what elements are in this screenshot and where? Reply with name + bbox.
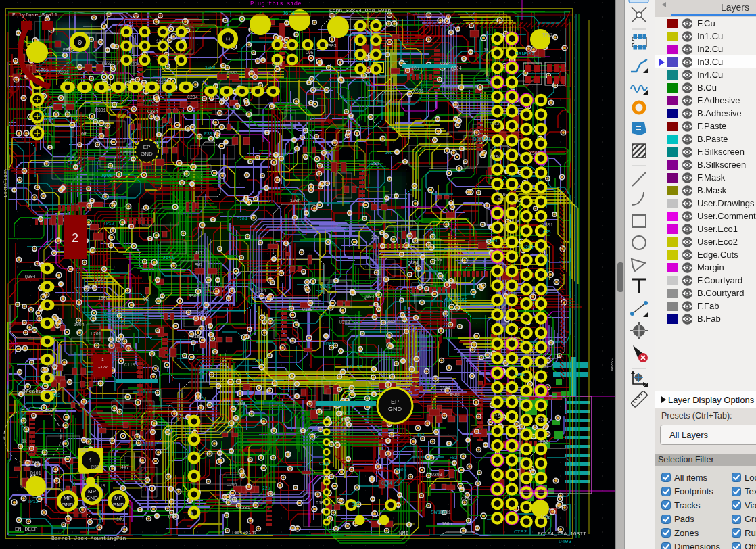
svg-text:C118: C118	[124, 363, 135, 368]
svg-text:U105: U105	[48, 364, 59, 368]
svg-text:J605: J605	[100, 172, 113, 178]
svg-text:X501: X501	[450, 393, 460, 398]
svg-text:X501: X501	[529, 151, 540, 156]
svg-text:C204: C204	[129, 62, 140, 67]
svg-text:FB2: FB2	[63, 48, 71, 53]
svg-text:Plug this side: Plug this side	[250, 1, 302, 7]
svg-text:EP: EP	[391, 398, 399, 405]
svg-text:10u: 10u	[338, 411, 346, 416]
svg-text:Q304: Q304	[102, 62, 113, 66]
svg-text:GND: GND	[112, 502, 124, 508]
svg-text:SW2: SW2	[498, 414, 506, 419]
svg-text:SSRAM: SSRAM	[609, 358, 614, 371]
svg-text:D101: D101	[30, 471, 41, 476]
svg-text:10u: 10u	[116, 517, 124, 522]
svg-text:100n: 100n	[98, 296, 109, 301]
svg-text:C118: C118	[179, 128, 189, 133]
svg-text:U203: U203	[252, 359, 262, 364]
svg-text:C95: C95	[306, 51, 314, 55]
svg-text:J6C5: J6C5	[162, 254, 175, 260]
svg-text:C204: C204	[384, 320, 395, 325]
svg-text:L201: L201	[91, 332, 101, 337]
svg-text:TP12: TP12	[489, 122, 500, 126]
svg-text:MP: MP	[88, 488, 96, 494]
svg-text:GND: GND	[388, 406, 402, 412]
svg-text:C118: C118	[319, 462, 330, 467]
svg-text:MP: MP	[64, 495, 72, 501]
svg-text:TP12: TP12	[29, 461, 40, 466]
svg-text:D101: D101	[320, 285, 331, 289]
svg-text:R503: R503	[189, 294, 199, 299]
svg-text:D101: D101	[39, 113, 50, 118]
svg-text:100n: 100n	[205, 66, 216, 70]
svg-text:D101: D101	[440, 510, 451, 515]
svg-text:FB2: FB2	[450, 456, 458, 460]
svg-text:22p: 22p	[371, 235, 379, 240]
svg-text:C204: C204	[440, 62, 451, 66]
svg-text:U105: U105	[191, 335, 202, 339]
svg-text:R301: R301	[47, 408, 57, 412]
svg-text:U203: U203	[339, 320, 350, 325]
svg-text:Q304: Q304	[256, 289, 266, 293]
svg-text:C204: C204	[538, 418, 548, 423]
svg-text:C204: C204	[187, 95, 198, 100]
svg-text:4k7: 4k7	[195, 251, 203, 256]
svg-text:CTS2: CTS2	[514, 529, 527, 535]
svg-text:10u: 10u	[229, 498, 237, 502]
svg-text:100n: 100n	[290, 199, 301, 204]
svg-text:+12V: +12V	[98, 365, 108, 369]
svg-text:22p: 22p	[48, 374, 56, 379]
svg-text:0R: 0R	[143, 297, 149, 302]
svg-text:GND: GND	[141, 151, 153, 157]
svg-text:10u: 10u	[411, 66, 419, 71]
svg-text:C95: C95	[543, 230, 551, 235]
svg-text:0R: 0R	[81, 132, 87, 137]
svg-text:4k7: 4k7	[417, 433, 425, 438]
svg-text:U403: U403	[559, 538, 571, 544]
svg-text:Polyfuse_Small: Polyfuse_Small	[12, 11, 57, 18]
svg-text:Q304: Q304	[364, 295, 375, 300]
svg-text:TP12: TP12	[103, 222, 114, 226]
svg-text:SRN502: SRN502	[515, 51, 535, 57]
svg-text:SW2: SW2	[195, 263, 203, 268]
svg-text:1k: 1k	[156, 39, 162, 44]
svg-text:0: 0	[78, 39, 82, 47]
svg-text:C204: C204	[147, 110, 158, 114]
svg-text:X1 X3: X1 X3	[348, 364, 362, 370]
svg-text:C95: C95	[434, 258, 442, 262]
svg-text:Q304: Q304	[168, 515, 179, 519]
svg-text:C204: C204	[487, 239, 498, 243]
svg-text:R301: R301	[341, 418, 352, 423]
svg-text:22p: 22p	[510, 337, 518, 341]
svg-text:C118: C118	[272, 62, 283, 67]
svg-text:FB2: FB2	[267, 492, 275, 496]
svg-text:0R: 0R	[498, 198, 503, 203]
svg-text:U105: U105	[498, 193, 509, 197]
svg-text:SW2: SW2	[514, 199, 522, 204]
svg-text:R503: R503	[326, 44, 337, 49]
svg-text:GND: GND	[62, 502, 74, 508]
svg-text:C118: C118	[95, 484, 105, 489]
svg-text:SW2: SW2	[352, 502, 360, 507]
svg-text:X501: X501	[542, 223, 553, 228]
svg-text:10u: 10u	[96, 277, 104, 282]
svg-text:D101: D101	[316, 501, 327, 506]
svg-text:Barrel Jack MountingPin: Barrel Jack MountingPin	[51, 535, 126, 541]
svg-text:Conn_01x04: Conn_01x04	[3, 169, 8, 197]
svg-text:TestPoint: TestPoint	[231, 530, 257, 535]
svg-text:Conn_02x04_Odd_Even: Conn_02x04_Odd_Even	[329, 7, 391, 14]
svg-text:R301: R301	[95, 108, 106, 113]
svg-text:U203: U203	[523, 245, 534, 250]
svg-text:U105: U105	[84, 285, 95, 290]
svg-text:TP12: TP12	[542, 33, 553, 38]
svg-text:1k: 1k	[188, 511, 193, 516]
svg-text:FB2: FB2	[540, 440, 548, 445]
svg-text:SW2: SW2	[80, 448, 89, 453]
svg-text:MP: MP	[114, 495, 122, 501]
svg-text:Breaker: Breaker	[22, 388, 45, 394]
svg-text:C204: C204	[237, 217, 247, 222]
svg-text:U203: U203	[431, 473, 442, 477]
svg-text:R301: R301	[538, 364, 549, 369]
svg-text:2: 2	[72, 231, 78, 245]
svg-text:GND: GND	[86, 495, 98, 501]
